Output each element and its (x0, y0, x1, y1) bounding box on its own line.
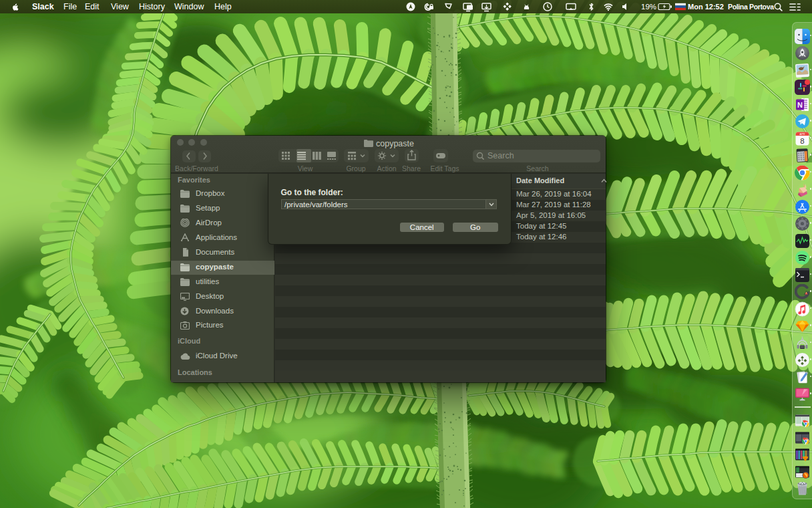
svg-text:APR: APR (799, 133, 805, 136)
svg-text:N: N (797, 101, 803, 109)
svg-text:8: 8 (800, 136, 804, 144)
